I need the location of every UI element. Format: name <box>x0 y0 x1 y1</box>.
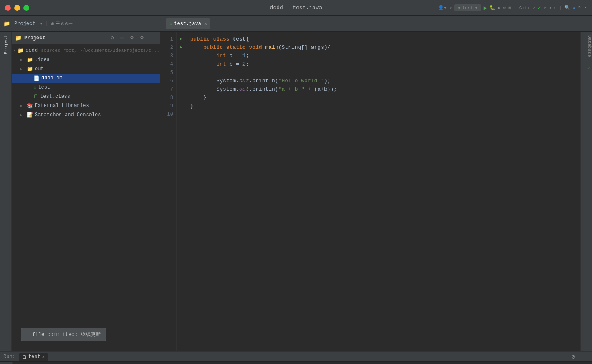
project-dropdown-arrow[interactable]: ▾ <box>39 20 43 27</box>
notification-tooltip: 1 file committed: 继续更新 <box>21 328 106 341</box>
tree-item-scratches[interactable]: ▶ 📝 Scratches and Consoles <box>12 110 160 120</box>
tree-item-root[interactable]: ▾ 📁 dddd sources root, ~/Documents/IdeaP… <box>12 46 160 55</box>
code-line-2: public static void main(String[] args){ <box>190 43 575 52</box>
git-push-icon[interactable]: ↗ <box>543 5 546 10</box>
panel-icons: ⊕ ☰ ⚙ ⚙ ─ <box>108 34 156 42</box>
run-config-name: test <box>462 5 473 10</box>
test-java-icon: ☕ <box>33 84 36 91</box>
git-history-icon[interactable]: ↺ <box>549 5 551 10</box>
expand-arrow: ▾ <box>13 48 16 53</box>
code-line-6: System.out.println("Hello World!"); <box>190 77 575 85</box>
stop-button[interactable]: ⊠ <box>508 5 511 10</box>
panel-settings-btn[interactable]: ⚙ <box>569 352 578 361</box>
panel-settings-icon[interactable]: ⚙ <box>128 34 136 42</box>
git-revert-icon[interactable]: ↩ <box>554 5 557 10</box>
gutter-run-2[interactable]: ▶ <box>177 43 185 52</box>
breadcrumb-list-icon[interactable]: ☰ <box>55 20 60 27</box>
left-vertical-strip: Project <box>0 32 12 351</box>
tree-item-ext-libs[interactable]: ▶ 📚 External Libraries <box>12 101 160 110</box>
right-panel-strip: Database ✓ <box>580 32 592 351</box>
expand-arrow-scratches: ▶ <box>20 112 25 117</box>
out-folder-icon: 📁 <box>27 66 33 72</box>
panel-close-icon[interactable]: ─ <box>148 34 156 42</box>
tree-item-out[interactable]: ▶ 📁 out <box>12 64 160 74</box>
minimize-button[interactable] <box>14 5 20 11</box>
config-dropdown-icon[interactable]: ▾ <box>475 5 478 10</box>
bottom-panel-header: Run: 🗒 test ✕ ⚙ ─ <box>0 352 592 362</box>
code-editor: 1 2 3 4 5 6 7 8 9 10 ▶ ▶ <box>160 32 580 351</box>
tree-item-dddd-iml[interactable]: ▶ 📄 dddd.iml <box>12 74 160 83</box>
code-line-4: int b = 2; <box>190 60 575 69</box>
panel-gear-icon[interactable]: ⚙ <box>138 34 146 42</box>
bottom-panel-icons: ⚙ ─ <box>569 352 589 361</box>
search-icon[interactable]: 🔍 <box>564 5 570 10</box>
tab-close-icon[interactable]: ✕ <box>204 21 207 26</box>
help-icon[interactable]: ? <box>578 5 581 10</box>
main-toolbar: 📁 Project ▾ | ⊕ ☰ ⚙ ⚙ ─ ☕ test.java ✕ <box>0 16 592 32</box>
collapse-icon[interactable]: ☰ <box>118 34 126 42</box>
tree-item-test-class[interactable]: ▶ 🗒 test.class <box>12 92 160 101</box>
run-gutters: ▶ ▶ <box>177 32 185 351</box>
run-button[interactable]: ▶ <box>484 4 487 11</box>
root-label: dddd <box>26 48 38 53</box>
class-label: test.class <box>40 94 70 99</box>
run-label: Run: <box>3 354 15 360</box>
locate-icon[interactable]: ⊕ <box>108 34 116 42</box>
run-tab-close[interactable]: ✕ <box>42 354 45 359</box>
console-output: /Library/Java/JavaVirtualMachines/jdk1.8… <box>13 362 592 364</box>
project-panel: 📁 Project ⊕ ☰ ⚙ ⚙ ─ ▾ 📁 dddd sources roo… <box>12 32 160 351</box>
profiler-run-button[interactable]: ⊕ <box>503 5 506 10</box>
add-icon[interactable]: ⊕ <box>573 5 576 10</box>
editor-tab-active[interactable]: ☕ test.java ✕ <box>166 18 210 29</box>
maximize-button[interactable] <box>23 5 29 11</box>
code-content[interactable]: public class test{ public static void ma… <box>185 32 580 351</box>
git-check2-icon: ✓ <box>538 5 541 10</box>
database-panel-tab[interactable]: Database <box>581 32 592 61</box>
window-title: dddd – test.java <box>270 5 322 11</box>
run-tab-name: test <box>28 354 41 360</box>
tab-java-icon: ☕ <box>169 20 172 27</box>
breadcrumb-minus-icon[interactable]: ─ <box>69 20 73 27</box>
project-dropdown[interactable]: Project <box>11 18 38 29</box>
tooltip-text: 1 file committed: 继续更新 <box>26 332 101 338</box>
tab-filename: test.java <box>174 21 201 27</box>
idea-folder-icon: 📁 <box>27 57 33 63</box>
scratches-icon: 📝 <box>27 112 33 118</box>
root-path: sources root, ~/Documents/IdeaProjects/d… <box>41 48 160 53</box>
breadcrumb-settings-icon[interactable]: ⚙ <box>65 20 69 27</box>
more-icon[interactable]: ⋮ <box>583 5 588 10</box>
back-icon[interactable]: ◁ <box>449 5 452 10</box>
title-bar: dddd – test.java 👤▾ ◁ ● test ▾ ▶ 🐛 ▶ ⊕ ⊠… <box>0 0 592 16</box>
idea-label: .idea <box>35 57 50 63</box>
tree-item-idea[interactable]: ▶ 📁 .idea <box>12 55 160 64</box>
close-button[interactable] <box>5 5 11 11</box>
bottom-left-strip: ▶ ↑ ↓ ↵ ⇓ 🖨 🗑 Structure Bookmarks <box>0 362 13 364</box>
expand-arrow-extlibs: ▶ <box>20 103 25 108</box>
avatar-icon[interactable]: 👤▾ <box>438 5 447 10</box>
tree-item-test-java[interactable]: ▶ ☕ test <box>12 83 160 92</box>
git-label: Git: <box>519 5 530 10</box>
code-line-7: System.out.println("a + b " + (a+b)); <box>190 85 575 94</box>
git-checkmark: ✓ <box>587 65 590 71</box>
code-area: 1 2 3 4 5 6 7 8 9 10 ▶ ▶ <box>160 32 580 351</box>
iml-label: dddd.iml <box>41 75 66 81</box>
run-tab[interactable]: 🗒 test ✕ <box>19 353 48 361</box>
panel-title: Project <box>24 35 45 41</box>
bottom-content: ▶ ↑ ↓ ↵ ⇓ 🖨 🗑 Structure Bookmarks /Libra… <box>0 362 592 364</box>
run-tab-icon: 🗒 <box>22 354 27 360</box>
line-numbers: 1 2 3 4 5 6 7 8 9 10 <box>160 32 177 351</box>
run-config-selector[interactable]: ● test ▾ <box>454 4 481 11</box>
out-label: out <box>35 66 44 72</box>
project-panel-tab[interactable]: Project <box>2 32 10 58</box>
panel-minimize-btn[interactable]: ─ <box>579 352 589 361</box>
expand-arrow-out: ▶ <box>20 66 25 71</box>
breadcrumb-gear-icon[interactable]: ⚙ <box>61 20 64 27</box>
coverage-button[interactable]: ▶ <box>498 5 501 10</box>
scratches-label: Scratches and Consoles <box>35 112 101 118</box>
ext-libs-label: External Libraries <box>35 103 89 109</box>
gutter-run-1[interactable]: ▶ <box>177 35 185 43</box>
code-line-1: public class test{ <box>190 35 575 43</box>
debug-button[interactable]: 🐛 <box>490 5 495 10</box>
breadcrumb-sync-icon[interactable]: ⊕ <box>51 20 54 27</box>
class-icon: 🗒 <box>33 94 38 100</box>
